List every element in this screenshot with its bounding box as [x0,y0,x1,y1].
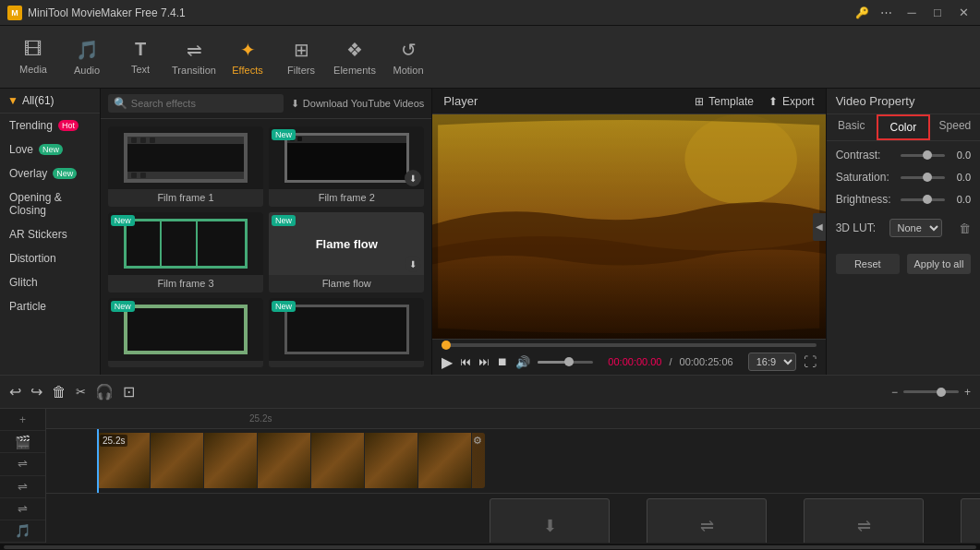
toolbar-audio[interactable]: 🎵 Audio [61,30,113,84]
category-love[interactable]: Love New [0,138,100,161]
empty-slot-1[interactable]: ⬇ [490,498,610,543]
zoom-in-icon[interactable]: + [964,386,971,399]
toolbar-audio-label: Audio [74,65,100,76]
flame-flow-thumb: New Flame flow ⬇ [269,212,424,275]
contrast-slider[interactable] [901,154,945,157]
progress-bar[interactable] [442,343,816,347]
timeline-scrollbar[interactable] [0,543,980,550]
collapse-arrow[interactable]: ▼ [7,94,18,107]
menu-icon[interactable]: ⋯ [877,4,895,22]
track-label-empty3[interactable]: ⇌ [0,498,45,520]
delete-button[interactable]: 🗑 [52,384,67,401]
track-label-video[interactable]: 🎬 [0,431,45,453]
film-frame-1-label: Film frame 1 [108,189,263,206]
progress-thumb[interactable] [442,341,451,350]
timeline-scrollbar-inner[interactable] [4,545,976,549]
brightness-row: Brightness: 0.0 [836,193,971,206]
cut-button[interactable]: ✂ [76,385,86,399]
brightness-thumb[interactable] [923,195,932,204]
empty-slot-2[interactable]: ⇌ [647,498,767,543]
lut-select[interactable]: None [889,219,942,237]
category-opening-closing[interactable]: Opening & Closing [0,185,100,222]
category-glitch[interactable]: Glitch [0,270,100,294]
stop-button[interactable]: ⏹ [497,355,508,368]
video-clip[interactable]: 25.2s ⚙ [97,433,485,488]
toolbar-elements-label: Elements [333,65,376,76]
audio-button[interactable]: 🎧 [95,383,114,401]
zoom-out-icon[interactable]: − [891,386,898,399]
aspect-ratio-select[interactable]: 16:99:161:14:3 [748,353,796,371]
category-trending[interactable]: Trending Hot [0,114,100,138]
category-distortion[interactable]: Distortion [0,246,100,270]
saturation-thumb[interactable] [923,173,932,182]
toolbar-text[interactable]: T Text [115,30,166,84]
next-frame-button[interactable]: ⏭ [478,355,490,368]
undo-button[interactable]: ↩ [9,383,21,401]
toolbar-motion[interactable]: ↺ Motion [382,30,434,84]
video-property-tabs: Basic Color Speed [827,114,980,141]
export-button[interactable]: ⬆ Export [768,95,815,108]
effect-film-frame-3[interactable]: New Film frame 3 [108,212,263,293]
timeline-tracks[interactable]: 25.2s 25.2s ⚙ [46,409,980,543]
lut-delete-icon[interactable]: 🗑 [959,221,971,235]
template-button[interactable]: ⊞ Template [695,95,754,108]
category-particle[interactable]: Particle [0,294,100,318]
category-ar-stickers[interactable]: AR Stickers [0,222,100,246]
clip-filmstrip [97,433,472,488]
toolbar-filters[interactable]: ⊞ Filters [275,30,327,84]
tab-speed[interactable]: Speed [930,114,980,140]
redo-button[interactable]: ↪ [30,383,42,401]
filters-icon: ⊞ [294,39,309,61]
apply-to-all-button[interactable]: Apply to all [907,254,971,274]
timeline-ruler: 25.2s [46,409,980,429]
reset-button[interactable]: Reset [836,254,900,274]
effect-6[interactable]: New [269,298,424,367]
track-label-audio[interactable]: 🎵 [0,520,45,543]
zoom-slider[interactable] [903,390,959,393]
panel-collapse-arrow[interactable]: ◀ [813,213,826,241]
prev-frame-button[interactable]: ⏮ [460,355,471,368]
effect-5[interactable]: New [108,298,263,367]
empty-slot-4[interactable]: ⇌ [961,498,980,543]
vp-controls: Contrast: 0.0 Saturation: 0.0 Brig [827,141,980,281]
track-label-add[interactable]: + [0,409,45,431]
maximize-button[interactable]: □ [928,4,947,22]
fullscreen-button[interactable]: ⛶ [804,354,817,369]
film-frame-2-dl-icon[interactable]: ⬇ [405,170,421,186]
category-overlay[interactable]: Overlay New [0,161,100,185]
tab-color[interactable]: Color [877,114,930,140]
download-youtube-btn[interactable]: ⬇ Download YouTube Videos [291,98,425,110]
audio-icon: 🎵 [76,39,99,61]
effect-flame-flow[interactable]: New Flame flow ⬇ Flame flow [269,212,424,293]
toolbar-effects[interactable]: ✦ Effects [222,30,273,84]
contrast-thumb[interactable] [923,150,932,160]
track-label-empty1[interactable]: ⇌ [0,453,45,475]
search-input[interactable] [131,98,278,109]
crop-button[interactable]: ⊡ [123,383,135,401]
time-separator: / [669,356,671,367]
tab-basic[interactable]: Basic [827,114,877,140]
close-button[interactable]: ✕ [954,4,973,22]
effect-film-frame-2[interactable]: New ⬇ Film frame 2 [269,126,424,207]
effect-film-frame-1[interactable]: Film frame 1 [108,126,263,207]
toolbar-transition[interactable]: ⇌ Transition [168,30,220,84]
zoom-thumb[interactable] [937,388,946,397]
love-badge: New [39,144,63,155]
effect-5-thumb: New [108,298,263,361]
toolbar-elements[interactable]: ❖ Elements [329,30,381,84]
minimize-button[interactable]: ─ [902,4,921,22]
toolbar-media[interactable]: 🎞 Media [7,30,59,84]
effects-grid: Film frame 1 New ⬇ Film frame 2 [101,119,432,375]
add-slot-icon-3: ⇌ [857,516,871,536]
track-label-empty2[interactable]: ⇌ [0,476,45,498]
film-frame-2-label: Film frame 2 [269,189,424,206]
volume-slider[interactable] [538,361,593,364]
empty-slot-3[interactable]: ⇌ [804,498,924,543]
brightness-slider[interactable] [901,198,945,201]
search-box[interactable]: 🔍 [108,94,284,113]
saturation-slider[interactable] [901,176,945,179]
volume-button[interactable]: 🔊 [515,355,530,369]
play-button[interactable]: ▶ [442,353,453,371]
clip-settings-icon[interactable]: ⚙ [473,435,482,447]
film-frame-3-new-badge: New [111,215,135,226]
